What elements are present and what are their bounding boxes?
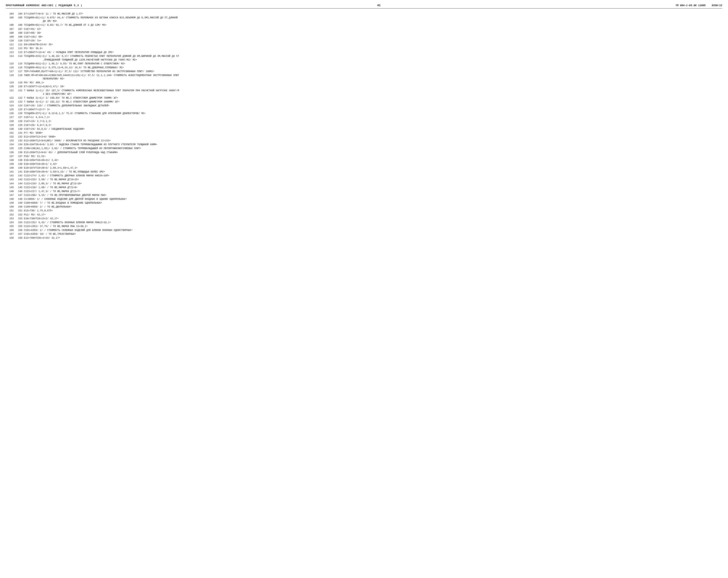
table-row: 136136Е12=289#Т12=9=6/ 63/ / ДОПОЛНИТЕЛЬ… [6, 151, 722, 154]
row-text: С122=217/ 1,47,3/ / ТО ЖЕ,МАРКИ ДГ21=7• [23, 190, 722, 193]
row-text: Р11/ М2/ 42,17• [23, 213, 722, 217]
page-header: ПРОГРАММНЫЙ КОМПЛЕКС АВС=ЗЕС ( РЕДАКЦИЯ … [6, 4, 722, 8]
table-row: 140140Е10=107#Т10=20=3/ 2,09,3+1,68+1,47… [6, 166, 722, 170]
row-text: Р10/ М2/ 21,51• [23, 154, 722, 158]
row-num1: 111 [6, 43, 15, 47]
row-text: С122=218/ 1,68/ / ТО ЖЕ,МАРКИ ДГ21=8• [23, 186, 722, 190]
row-text: Е12=289#Т12=9=6(ВП)/ 5680/ / ИСКЛЮЧАЕТСЯ… [23, 139, 722, 143]
row-text: ТССЦНП0=92(=1)/ 0,075/ 64,4/ СТОИМОСТЬ П… [23, 16, 722, 23]
row-num1: 122 [6, 96, 15, 100]
row-num2: 139 [15, 162, 23, 166]
row-num1: 149 [6, 201, 15, 205]
table-row: 152152Р11/ М2/ 42,17• [6, 213, 722, 217]
row-num1: 107 [6, 27, 15, 31]
row-text: ТССЦНП8=415(=1)/ 1,48,18/ 9,17/ СТОИМОСТ… [23, 54, 722, 62]
row-text: ТССЦНП8=431(=2)/ 1,48,2/ 9,55/ ТО ЖЕ,ПЛИ… [23, 62, 722, 66]
row-text: Е12=155#Т12=2=6/ 5680• [23, 135, 722, 139]
row-num1: 124 [6, 104, 15, 108]
row-num1: 130 [6, 127, 15, 131]
table-row: 130130С167=24/ 92,0,6/ / СОЕДИНИТЕЛЬНЫЕ … [6, 127, 722, 131]
table-row: 145145С122=218/ 1,68/ / ТО ЖЕ,МАРКИ ДГ21… [6, 186, 722, 190]
row-num1: 128 [6, 120, 15, 123]
table-row: 113113Е7=206#Т7=12=4/ 43/ / УКЛАДКА ПЛИТ… [6, 50, 722, 54]
row-num2: 151 [15, 209, 23, 213]
table-row: 158158Е13=708#Т201=2=33/ 42,17• [6, 236, 722, 240]
row-num1: 157 [6, 232, 15, 236]
table-row: 114114ТССЦНП8=415(=1)/ 1,48,18/ 9,17/ СТ… [6, 54, 722, 62]
row-text: ТЕР=745#АОП,В1#Т7=60=1(=1)/ 37,5/ 112/ У… [23, 70, 722, 74]
row-text: Р7/ М2/ 5680• [23, 131, 722, 135]
row-num1: 147 [6, 193, 15, 197]
row-num1: 150 [6, 205, 15, 209]
row-text: Е7=183#Т7=11=4(А2=3,47)/ 28• [23, 85, 722, 89]
row-num2: 156 [15, 228, 23, 232]
row-num1: 146 [6, 190, 15, 193]
header-num: 9330/12 [711, 4, 722, 7]
row-num2: 125 [15, 108, 23, 111]
table-row: 139139Е10=160#Т10=26=1/ 2,42• [6, 162, 722, 166]
row-text: Р5/ М2/ 36,6• [23, 47, 722, 50]
row-num2: 113 [15, 50, 23, 54]
table-row: 155155С122=1551/ 37,75/ / ТО ЖЕ,МАРКИ ПН… [6, 225, 722, 228]
row-num1: 131 [6, 131, 15, 135]
table-row: 146146С122=217/ 1,47,3/ / ТО ЖЕ,МАРКИ ДГ… [6, 190, 722, 193]
row-num1: 155 [6, 225, 15, 228]
row-text: ТАОП.ПР=НГ#06=04=#1980/6#П,944#С111=28(=… [23, 74, 722, 81]
row-num1: 127 [6, 116, 15, 119]
row-num2: 133 [15, 139, 23, 143]
row-num1: 129 [6, 123, 15, 127]
row-num1: 158 [6, 236, 15, 240]
row-text: С167=91/ 22• [23, 27, 722, 31]
row-num2: 129 [15, 123, 23, 127]
table-row: 133133Е12=289#Т12=9=6(ВП)/ 5680/ / ИСКЛЮ… [6, 139, 722, 143]
row-num2: 106 [15, 23, 23, 27]
table-row: 142142С122=274/ 2,42/ / СТОИМОСТЬ ДВЕРНЫ… [6, 174, 722, 178]
row-text: С122=266/ 3,15/ / ТО ЖЕ,ПРОТИВОПОЖАРНЫХ … [23, 193, 722, 197]
row-num2: 150 [15, 205, 23, 209]
table-row: 150150С199=6669/ 2/ / ТО ЖЕ,ДВУПОЛЬНЫХ• [6, 205, 722, 209]
row-num2: 116 [15, 66, 23, 70]
row-text: Е8=1964#ТВ=22=6/ 35• [23, 43, 722, 47]
row-num1: 145 [6, 186, 15, 190]
row-num2: 111 [15, 43, 23, 47]
row-num2: 153 [15, 217, 23, 221]
row-num1: 138 [6, 158, 15, 162]
row-text: С122=152/ 6,42/ / СТОИМОСТЬ ОКОННЫХ БЛОК… [23, 221, 722, 225]
row-num1: 156 [6, 228, 15, 232]
row-text: С167=24/ 92,0,6/ / СОЕДИНИТЕЛЬНЫЕ ИЗДЕЛИ… [23, 127, 722, 131]
row-num1: 110 [6, 39, 15, 43]
row-num2: 127 [15, 116, 23, 119]
row-num2: 122 [15, 96, 23, 100]
table-row: 132132Е12=155#Т12=2=6/ 5680• [6, 135, 722, 139]
table-row: 118118ТАОП.ПР=НГ#06=04=#1980/6#П,944#С11… [6, 74, 722, 81]
row-text: С196=196(А1,1,03)/ 3,02/ / СТОИМОСТЬ ТЕР… [23, 147, 722, 150]
table-row: 119119Р6/ М2/ 498,1• [6, 81, 722, 85]
row-text: Е13=708#Т201=2=33/ 42,17• [23, 236, 722, 240]
row-num1: 105 [6, 16, 15, 23]
row-num2: 118 [15, 74, 23, 81]
row-text: Е10=105#Т10=20=11/ 2,42• [23, 158, 722, 162]
row-text: С167=26/ 115/ / СТОИМОСТЬ ДОПОЛНИТЕЛЬНЫХ… [23, 104, 722, 108]
row-num2: 110 [15, 39, 23, 43]
row-text: ТССЦНП8=237(=1)/ 0,12+0,1,2/ 75,9/ СТОИМ… [23, 111, 722, 116]
row-text: С147=15/ 2,7+3,1,2• [23, 120, 722, 123]
row-num2: 135 [15, 147, 23, 150]
row-num1: 119 [6, 81, 15, 85]
row-text: Т КАЛЬК 3(=1)/ 2/ 182,22/ ТО ЖЕ,С ОТВЕРС… [23, 100, 722, 104]
row-num1: 121 [6, 89, 15, 96]
row-num2: 138 [15, 158, 23, 162]
row-num2: 128 [15, 120, 23, 123]
table-row: 144144С122=219/ 2,09,3/ / ТО ЖЕ,МАРКИ ДГ… [6, 182, 722, 186]
row-text: Р6/ М2/ 498,1• [23, 81, 722, 85]
row-text: С122=223/ 3,58/ / ТО ЖЕ,МАРКИ ДГ24=15• [23, 178, 722, 182]
table-row: 115115ТССЦНП8=431(=2)/ 1,48,2/ 9,55/ ТО … [6, 62, 722, 66]
row-text: С167=08/ 30• [23, 31, 722, 35]
row-num2: 104 [15, 12, 23, 16]
row-text: Е10=108#Т10=20=4/ 3,58+3,15/ / ТО ЖЕ,ПЛО… [23, 170, 722, 174]
row-text: Е10=160#Т10=26=1/ 2,42• [23, 162, 722, 166]
row-num1: 115 [6, 62, 15, 66]
row-num1: 109 [6, 35, 15, 39]
table-row: 149149С199=6668/ 7/ / ТО ЖЕ,ВХОДНЫХ В ПО… [6, 201, 722, 205]
table-row: 151151Е13=730/ 1,75,0,675• [6, 209, 722, 213]
table-row: 116116ТССЦНП8=491(=1)/ 0,375,11+0,24,12/… [6, 66, 722, 70]
